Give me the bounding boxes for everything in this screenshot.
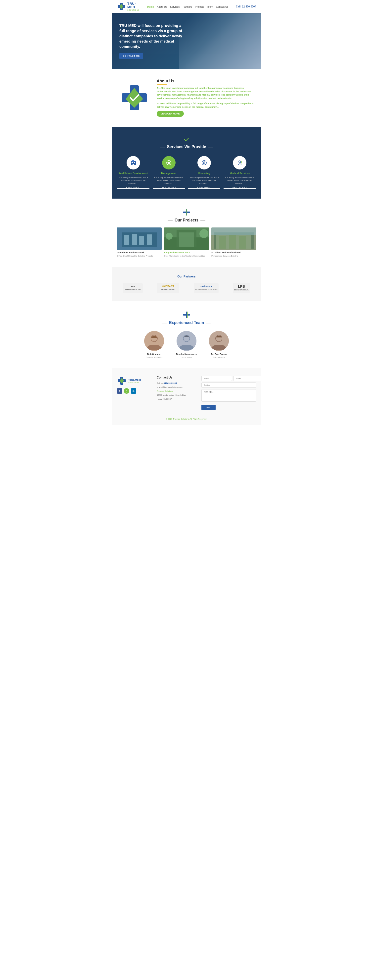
footer-company: Tru-med Solutions [157,390,173,392]
footer-top: TRU-MED SOLUTIONS f g in Contact Us Call… [117,376,256,410]
project-desc-0: Office & Light Industrial Building Proje… [117,255,162,257]
logo-med: MED [127,5,140,9]
form-send-button[interactable]: Send [202,405,216,410]
hero-cta-button[interactable]: CONTACT US [119,53,143,59]
footer-logo-text: TRU-MED SOLUTIONS [128,379,141,383]
form-email-input[interactable] [233,376,261,381]
svg-point-28 [166,233,173,240]
team-avatar-0 [144,331,164,351]
svg-rect-19 [124,235,129,245]
form-name-input[interactable] [202,376,232,381]
nav-home-link[interactable]: Home [147,5,154,8]
footer-bottom: © 2020 Tru-med Solutions. All Right Rese… [117,415,256,423]
logo[interactable]: TRU- MED SOLUTIONS [117,2,140,11]
social-google-icon[interactable]: g [124,388,129,394]
partner-logo-2: truebalance SPA · MEDICAL AESTHETICS · L… [194,283,219,294]
service-icon-2: $ [197,156,211,169]
svg-rect-22 [147,234,152,245]
project-card-2: St. Albert Trail Professional Profession… [211,228,256,257]
about-logo [117,83,152,113]
team-grid: Bob Cramers Contrary to popular Bronko K… [117,331,256,358]
svg-rect-5 [132,160,134,162]
service-card-2: $ Financing It is a long established fac… [188,156,220,189]
logo-icon [117,2,126,11]
team-member-1: Bronko Kornhauzer Lorem Ipsum [174,331,199,358]
nav-projects[interactable]: Projects [195,4,204,9]
nav-home[interactable]: Home [147,4,154,9]
logo-solutions: SOLUTIONS [127,9,140,11]
team-avatar-2 [209,331,229,351]
service-icon-0 [127,156,140,169]
nav-phone: Call: 12-300-0004 [236,5,256,8]
svg-text:truebalance: truebalance [200,285,213,288]
hero-content: TRU-MED will focus on providing a full r… [119,23,184,59]
form-row-1 [202,376,256,381]
footer-logo-solutions: SOLUTIONS [128,382,141,383]
nav-projects-link[interactable]: Projects [195,5,204,8]
about-brand1: Tru-Med [157,87,165,89]
social-linkedin-icon[interactable]: in [131,388,136,394]
service-readmore-2[interactable]: READ MORE › [188,187,220,189]
project-card-1: Langford Business Park Core Municipality… [164,228,209,257]
discover-more-button[interactable]: DISCOVER MORE [157,111,184,117]
footer-brand: Tru-med Solutions [173,418,189,420]
team-icon [117,311,256,318]
about-text2: will focus on providing a full range of … [157,102,254,108]
nav-contact[interactable]: Contact Us [216,4,228,9]
svg-text:WESTANA: WESTANA [162,285,174,288]
nav-links: Home About Us Services Partners Projects… [147,4,228,9]
svg-text:DENTAL SERVICES LTD.: DENTAL SERVICES LTD. [234,289,249,291]
logo-tru: TRU- [127,2,140,5]
form-message-textarea[interactable] [202,389,256,402]
footer-email: e: info@trumedsolutions.com [157,386,197,389]
project-title-0: Westshore Business Park [117,251,162,254]
footer-logo: TRU-MED SOLUTIONS [117,376,152,386]
nav-team-link[interactable]: Team [207,5,213,8]
svg-text:945: 945 [131,285,135,288]
nav-contact-link[interactable]: Contact Us [216,5,228,8]
form-row-2 [202,382,256,388]
logo-text: TRU- MED SOLUTIONS [127,2,140,11]
svg-rect-35 [211,228,256,235]
projects-grid: Westshore Business Park Office & Light I… [117,228,256,257]
nav-about-link[interactable]: About Us [157,5,167,8]
nav-services-link[interactable]: Services [170,5,179,8]
team-desc-0: Contrary to popular [142,356,167,358]
svg-rect-34 [239,236,246,248]
nav-partners-link[interactable]: Partners [183,5,192,8]
about-text1: is an investment company put together by… [157,87,251,100]
social-facebook-icon[interactable]: f [117,388,122,394]
nav-services[interactable]: Services [170,4,179,9]
svg-rect-39 [157,283,179,293]
service-title-2: Financing [188,172,220,175]
services-grid: Real Estate Development It is a long est… [117,156,256,189]
navbar: TRU- MED SOLUTIONS Home About Us Service… [112,0,261,13]
partners-section: Our Partners 945 DEVELOPMENTS INC. WESTA… [112,267,261,301]
nav-about[interactable]: About Us [157,4,167,9]
hero-bg [179,13,261,69]
service-readmore-1[interactable]: READ MORE › [153,187,185,189]
services-section: Services We Provide Real Estate Developm… [112,127,261,199]
svg-text:LPB: LPB [238,285,245,288]
svg-text:Equipment Leasing Inc.: Equipment Leasing Inc. [161,289,175,290]
project-desc-1: Core Municipality in the Western Communi… [164,255,209,257]
service-readmore-0[interactable]: READ MORE › [117,187,149,189]
footer-logo-trumed: TRU-MED [128,379,141,382]
project-image-1 [164,228,209,250]
partners-title: Our Partners [117,275,256,278]
footer: TRU-MED SOLUTIONS f g in Contact Us Call… [112,368,261,425]
project-card-0: Westshore Business Park Office & Light I… [117,228,162,257]
nav-team[interactable]: Team [207,4,213,9]
service-text-1: It is a long established fact that a rea… [153,176,185,185]
service-readmore-3[interactable]: READ MORE › [224,187,256,189]
footer-contact-info: Contact Us Call Us: (12)-300-0004 e: inf… [157,376,197,410]
svg-rect-32 [219,236,226,248]
svg-rect-21 [139,236,144,245]
svg-rect-50 [187,312,188,318]
footer-contact-title: Contact Us [157,376,197,379]
nav-partners[interactable]: Partners [183,4,192,9]
team-desc-1: Lorem Ipsum [174,356,199,358]
form-subject-input[interactable] [202,382,256,388]
footer-copyright: © 2020 Tru-med Solutions. All Right Rese… [166,418,207,420]
svg-point-12 [239,161,241,163]
